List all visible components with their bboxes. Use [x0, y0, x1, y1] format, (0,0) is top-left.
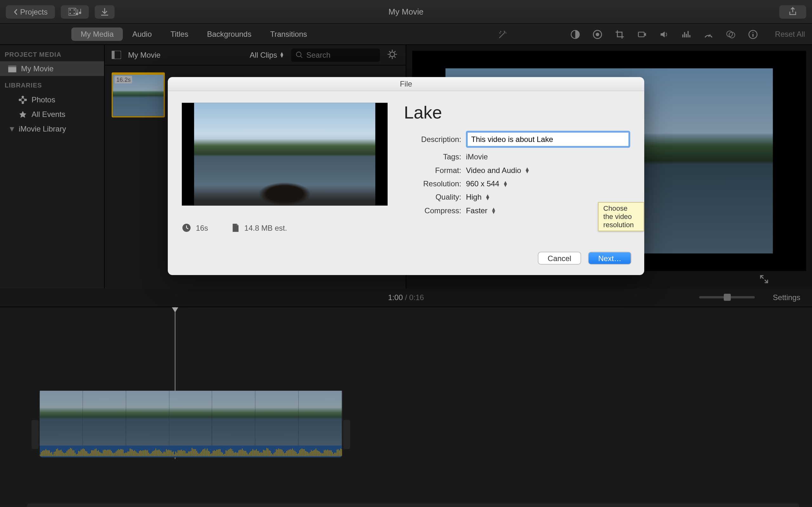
export-filesize: 14.8 MB est.	[232, 223, 287, 232]
tags-label: Tags:	[404, 153, 461, 161]
format-label: Format:	[404, 166, 461, 175]
resolution-tooltip: Choose the video resolution	[598, 202, 644, 231]
export-preview	[182, 103, 388, 205]
export-duration: 16s	[182, 223, 208, 232]
export-title: Lake	[404, 103, 630, 123]
clock-icon	[182, 223, 191, 232]
modal-title: File	[168, 77, 644, 91]
tags-value[interactable]: iMovie	[466, 153, 488, 161]
description-input[interactable]	[466, 131, 630, 148]
cancel-button[interactable]: Cancel	[538, 251, 581, 265]
quality-label: Quality:	[404, 193, 461, 202]
description-label: Description:	[404, 135, 461, 144]
updown-icon: ▲▼	[525, 167, 530, 173]
export-file-dialog: File 16s 14.8 MB est. Lak	[168, 77, 644, 275]
updown-icon: ▲▼	[485, 194, 490, 200]
next-button[interactable]: Next…	[589, 251, 631, 265]
quality-select[interactable]: High ▲▼	[466, 193, 490, 202]
compress-select[interactable]: Faster ▲▼	[466, 206, 496, 215]
compress-label: Compress:	[404, 206, 461, 215]
format-select[interactable]: Video and Audio ▲▼	[466, 166, 530, 175]
file-icon	[232, 223, 240, 232]
updown-icon: ▲▼	[491, 208, 496, 213]
resolution-select[interactable]: 960 x 544 ▲▼	[466, 179, 508, 188]
updown-icon: ▲▼	[503, 181, 508, 186]
resolution-label: Resolution:	[404, 179, 461, 188]
